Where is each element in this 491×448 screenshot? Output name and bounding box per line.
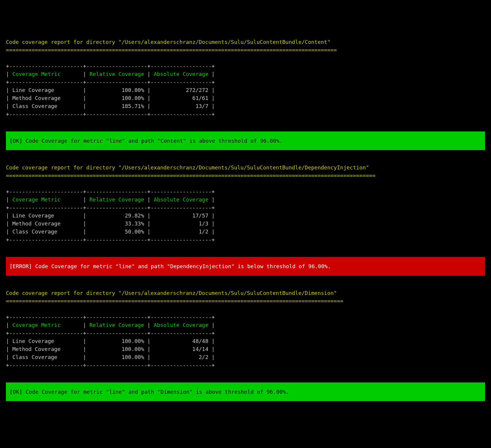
report-underline: ========================================… <box>6 298 343 304</box>
table-row: | Method Coverage | 100.00% | 61/61 | <box>6 95 215 101</box>
table-header-row: | Coverage Metric | Relative Coverage | … <box>6 71 215 77</box>
status-ok-box: [OK] Code Coverage for metric "line" and… <box>6 131 485 150</box>
table-row: | Class Coverage | 50.00% | 1/2 | <box>6 228 215 235</box>
table-divider: +-----------------------+---------------… <box>6 188 215 195</box>
table-row: | Class Coverage | 185.71% | 13/7 | <box>6 103 215 109</box>
table-divider: +-----------------------+---------------… <box>6 63 215 69</box>
table-header-row: | Coverage Metric | Relative Coverage | … <box>6 196 215 203</box>
table-divider: +-----------------------+---------------… <box>6 330 215 336</box>
report-underline: ========================================… <box>6 172 375 179</box>
table-divider: +-----------------------+---------------… <box>6 204 215 211</box>
table-divider: +-----------------------+---------------… <box>6 362 215 368</box>
report-section: Code coverage report for directory "/Use… <box>6 289 485 401</box>
table-row: | Line Coverage | 100.00% | 48/48 | <box>6 338 215 344</box>
report-title: Code coverage report for directory "/Use… <box>6 39 331 45</box>
terminal-output: Code coverage report for directory "/Use… <box>6 38 485 401</box>
table-row: | Class Coverage | 100.00% | 2/2 | <box>6 354 215 360</box>
table-row: | Line Coverage | 100.00% | 272/272 | <box>6 87 215 93</box>
report-title: Code coverage report for directory "/Use… <box>6 290 337 296</box>
report-underline: ========================================… <box>6 47 337 53</box>
table-header-row: | Coverage Metric | Relative Coverage | … <box>6 322 215 328</box>
table-divider: +-----------------------+---------------… <box>6 111 215 117</box>
table-divider: +-----------------------+---------------… <box>6 236 215 243</box>
table-row: | Method Coverage | 33.33% | 1/3 | <box>6 220 215 227</box>
table-divider: +-----------------------+---------------… <box>6 79 215 85</box>
table-divider: +-----------------------+---------------… <box>6 314 215 320</box>
table-row: | Method Coverage | 100.00% | 14/14 | <box>6 346 215 352</box>
report-section: Code coverage report for directory "/Use… <box>6 38 485 163</box>
status-error-box: [ERROR] Code Coverage for metric "line" … <box>6 257 485 276</box>
report-title: Code coverage report for directory "/Use… <box>6 164 369 171</box>
report-section: Code coverage report for directory "/Use… <box>6 163 485 289</box>
table-row: | Line Coverage | 29.82% | 17/57 | <box>6 212 215 219</box>
status-ok-box: [OK] Code Coverage for metric "line" and… <box>6 382 485 401</box>
